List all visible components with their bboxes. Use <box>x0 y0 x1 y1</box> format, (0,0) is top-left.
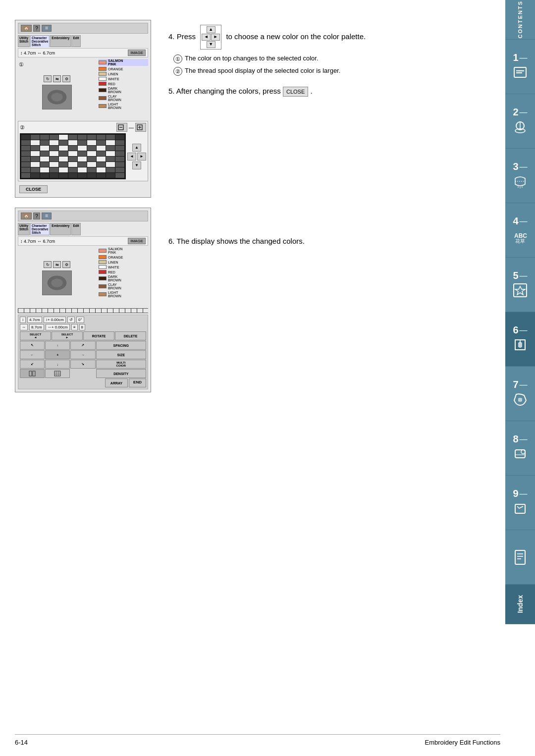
index-tab-label: Index <box>516 595 524 613</box>
color-row-light-brown[interactable]: LIGHTBROWN <box>99 103 148 109</box>
bottom-tab-embroidery[interactable]: Embroidery <box>50 223 71 235</box>
color-row-dark-brown[interactable]: DARKBROWN <box>99 87 148 94</box>
bottom-swatch-clay-brown <box>99 284 107 288</box>
bottom-color-salmon[interactable]: SALMONPINK <box>99 247 148 254</box>
meas-width: 8.7cm <box>29 324 44 330</box>
page-view-btn[interactable] <box>20 369 45 378</box>
tab-embroidery[interactable]: Embroidery <box>50 35 71 47</box>
bottom-flip-icon[interactable]: ⇆ <box>53 261 61 268</box>
svg-point-16 <box>521 450 525 454</box>
nav-lr-row: ◄ ► <box>127 153 146 161</box>
bottom-color-light-brown[interactable]: LIGHTBROWN <box>99 291 148 298</box>
bottom-color-clay-brown[interactable]: CLAYBROWN <box>99 283 148 290</box>
tab-utility[interactable]: UtilityStitch <box>18 35 30 47</box>
grid-cell <box>40 135 49 140</box>
bottom-settings-icon[interactable]: ⚙ <box>62 261 70 268</box>
tab-9[interactable]: 9 — <box>505 476 535 530</box>
nav-up-btn[interactable]: ▲ <box>132 144 141 152</box>
grid-cell <box>106 151 115 156</box>
bottom-rotate-icon[interactable]: ↻ <box>44 261 52 268</box>
move-sw-btn[interactable]: ↙ <box>20 360 45 369</box>
move-se-btn[interactable]: ↘ <box>70 360 95 369</box>
grid-cell <box>59 140 68 145</box>
bottom-color-orange[interactable]: ORANGE <box>99 255 148 259</box>
array-btn[interactable]: ARRAY <box>105 378 128 387</box>
tab-4-dash: — <box>520 217 528 226</box>
tab-1[interactable]: 1 — <box>505 40 535 94</box>
close-button[interactable]: CLOSE <box>19 185 48 193</box>
bottom-image-button[interactable]: IMAGE <box>128 238 146 244</box>
grid-cell <box>68 173 77 178</box>
instructions-layout: 🏠 ? ☰ UtilityStitch CharacterDecorativeS… <box>15 10 488 392</box>
grid-cell <box>97 135 106 140</box>
color-row-linen[interactable]: LINEN <box>99 72 148 76</box>
grid-cell <box>87 151 96 156</box>
move-nw-btn[interactable]: ↖ <box>20 341 45 350</box>
delete-btn[interactable]: DELETE <box>115 331 146 340</box>
nav-left-btn[interactable]: ◄ <box>127 153 136 161</box>
color-row-salmon[interactable]: SALMONPINK <box>99 59 148 66</box>
step-4-note-1: ① The color on top changes to the select… <box>173 54 488 63</box>
step-4-number: 4. <box>168 32 175 41</box>
move-e-btn[interactable]: → <box>70 350 95 359</box>
bottom-color-linen[interactable]: LINEN <box>99 260 148 264</box>
tab-note[interactable] <box>505 530 535 585</box>
settings-icon[interactable]: ⚙ <box>62 75 70 82</box>
key-left: ◄ <box>202 34 211 41</box>
spacing-btn[interactable]: SPACING <box>96 341 146 350</box>
grid-cell <box>87 146 96 151</box>
tab-index[interactable]: Index <box>505 585 535 624</box>
bottom-swatch-red <box>99 270 107 274</box>
density-btn[interactable]: DENSITY <box>96 369 146 378</box>
grid-cell <box>21 162 30 167</box>
bottom-tab-character[interactable]: CharacterDecorativeStitch <box>30 223 50 235</box>
flip-icon[interactable]: ⇆ <box>53 75 61 82</box>
bottom-color-red[interactable]: RED <box>99 270 148 274</box>
tab-contents[interactable]: CONTENTS <box>505 0 535 40</box>
tab-2[interactable]: 2 — <box>505 94 535 149</box>
tab-6[interactable]: 6 — <box>505 312 535 367</box>
swatch-red <box>99 82 107 86</box>
multi-color-btn[interactable]: MULTI COlOR <box>96 360 146 369</box>
rotate-cw-icon[interactable]: ↻ <box>44 75 52 82</box>
move-ne-btn[interactable]: ↗ <box>70 341 95 350</box>
tab-8[interactable]: 8 — <box>505 421 535 476</box>
rotate-btn[interactable]: ROTATE <box>83 331 114 340</box>
bottom-icon-1: 🏠 <box>21 213 32 219</box>
color-row-red[interactable]: RED <box>99 82 148 86</box>
tab-edit[interactable]: Edit <box>71 35 80 47</box>
color-row-clay-brown[interactable]: CLAYBROWN <box>99 95 148 102</box>
nav-down-btn[interactable]: ▼ <box>132 162 141 169</box>
bottom-measurements: ↕ 4.7cm ↔ 6.7cm IMAGE <box>18 236 148 246</box>
grid-cell <box>106 146 115 151</box>
bottom-tab-utility[interactable]: UtilityStitch <box>18 223 30 235</box>
color-row-orange[interactable]: ORANGE <box>99 67 148 71</box>
grid-cell <box>68 157 77 162</box>
grid-view-btn[interactable] <box>45 369 70 378</box>
tab-3[interactable]: 3 — <box>505 149 535 203</box>
step-5-text: 5. After changing the colors, press CLOS… <box>168 86 488 97</box>
tab-character[interactable]: CharacterDecorativeStitch <box>30 35 50 47</box>
bottom-color-dark-brown[interactable]: DARKBROWN <box>99 275 148 282</box>
move-n-btn[interactable]: ↑ <box>45 341 70 350</box>
tab-3-icon <box>511 172 529 190</box>
bottom-color-white[interactable]: WHITE <box>99 265 148 269</box>
select-left-btn[interactable]: SELECT ◄ <box>20 331 51 340</box>
end-btn[interactable]: END <box>129 378 146 387</box>
tab-7[interactable]: 7 — <box>505 367 535 421</box>
tab-4[interactable]: 4 — ABC 花草 <box>505 203 535 258</box>
zoom-out-btn[interactable] <box>116 123 127 132</box>
move-center-btn[interactable]: + <box>45 350 70 359</box>
color-row-white[interactable]: WHITE <box>99 77 148 81</box>
tab-5[interactable]: 5 — <box>505 258 535 312</box>
bottom-tab-edit[interactable]: Edit <box>71 223 80 235</box>
move-w-btn[interactable]: ← <box>20 350 45 359</box>
nav-right-btn[interactable]: ► <box>137 153 146 161</box>
step-6: 6. The display shows the changed colors. <box>168 236 488 247</box>
image-button[interactable]: IMAGE <box>128 50 146 56</box>
move-s-btn[interactable]: ↓ <box>45 360 70 369</box>
select-right-btn[interactable]: SELECT ► <box>52 331 83 340</box>
zoom-in-btn[interactable] <box>135 123 146 132</box>
grid-view-icon <box>54 371 61 377</box>
size-btn[interactable]: SIZE <box>96 350 146 359</box>
